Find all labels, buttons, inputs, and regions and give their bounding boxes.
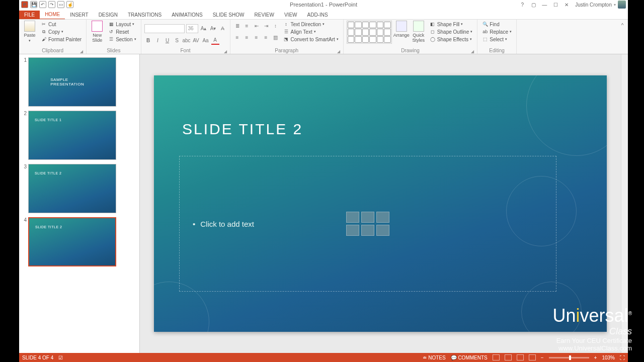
columns-button[interactable]: ▥ bbox=[272, 33, 280, 41]
font-launcher[interactable]: ◢ bbox=[224, 49, 227, 54]
tab-design[interactable]: DESIGN bbox=[94, 11, 123, 19]
content-placeholder[interactable]: Click to add text bbox=[179, 156, 556, 292]
strike-button[interactable]: S bbox=[173, 37, 181, 45]
slide-thumb-1[interactable]: SAMPLE PRESENTATION bbox=[28, 57, 116, 107]
drawing-launcher[interactable]: ◢ bbox=[471, 49, 474, 54]
clipboard-launcher[interactable]: ◢ bbox=[80, 49, 83, 54]
reset-button[interactable]: ↺Reset bbox=[107, 28, 137, 35]
slide-title-placeholder[interactable]: SLIDE TITLE 2 bbox=[182, 121, 303, 138]
insert-chart-icon[interactable] bbox=[361, 212, 374, 223]
zoom-out-icon[interactable]: − bbox=[541, 355, 544, 360]
bold-button[interactable]: B bbox=[144, 37, 152, 45]
shape-effects-button[interactable]: ◯Shape Effects▾ bbox=[428, 36, 474, 43]
start-from-beginning-icon[interactable]: ▭ bbox=[57, 1, 64, 8]
replace-button[interactable]: abReplace▾ bbox=[480, 28, 513, 35]
format-painter-button[interactable]: 🖌Format Painter bbox=[39, 36, 83, 43]
cut-button[interactable]: ✂Cut bbox=[39, 21, 83, 28]
section-button[interactable]: ☰Section▾ bbox=[107, 36, 137, 43]
collapse-ribbon-icon[interactable]: ^ bbox=[618, 21, 626, 29]
font-size-combo[interactable]: 36 bbox=[186, 24, 198, 33]
tab-slideshow[interactable]: SLIDE SHOW bbox=[208, 11, 250, 19]
justify-button[interactable]: ≡ bbox=[262, 33, 270, 41]
decrease-indent-button[interactable]: ⇤ bbox=[253, 22, 261, 30]
paste-button[interactable]: Paste ▾ bbox=[22, 21, 37, 43]
fit-to-window-icon[interactable]: ⛶ bbox=[620, 355, 625, 360]
char-spacing-button[interactable]: AV bbox=[192, 37, 200, 45]
new-slide-button[interactable]: New Slide bbox=[90, 21, 105, 43]
touch-mode-icon[interactable]: ☝ bbox=[66, 1, 73, 8]
placeholder-text[interactable]: Click to add text bbox=[193, 220, 254, 228]
tab-view[interactable]: VIEW bbox=[279, 11, 302, 19]
current-slide[interactable]: SLIDE TITLE 2 Click to add text bbox=[154, 75, 607, 332]
slide-thumb-2[interactable]: SLIDE TITLE 1 bbox=[28, 111, 116, 160]
undo-icon[interactable]: ↶ bbox=[39, 1, 46, 8]
slide-editor[interactable]: SLIDE TITLE 2 Click to add text bbox=[140, 54, 621, 353]
text-direction-button[interactable]: ↕Text Direction▾ bbox=[282, 21, 340, 28]
underline-button[interactable]: U bbox=[164, 37, 172, 45]
reading-view-icon[interactable] bbox=[517, 354, 524, 360]
zoom-in-icon[interactable]: + bbox=[594, 355, 597, 360]
layout-button[interactable]: ▦Layout▾ bbox=[107, 21, 137, 28]
slide-thumb-4[interactable]: SLIDE TITLE 2 bbox=[28, 217, 116, 266]
insert-video-icon[interactable] bbox=[376, 225, 389, 236]
vertical-scrollbar[interactable] bbox=[621, 54, 628, 353]
maximize-icon[interactable]: ☐ bbox=[551, 1, 560, 8]
tab-home[interactable]: HOME bbox=[40, 10, 65, 19]
align-left-button[interactable]: ≡ bbox=[233, 33, 242, 41]
tab-animations[interactable]: ANIMATIONS bbox=[167, 11, 207, 19]
zoom-level[interactable]: 103% bbox=[602, 355, 615, 360]
shape-fill-button[interactable]: ◧Shape Fill▾ bbox=[428, 21, 474, 28]
shadow-button[interactable]: abc bbox=[183, 37, 191, 45]
align-text-button[interactable]: ☰Align Text▾ bbox=[282, 28, 340, 35]
increase-indent-button[interactable]: ⇥ bbox=[262, 22, 270, 30]
grow-font-icon[interactable]: A▴ bbox=[200, 25, 208, 33]
tab-insert[interactable]: INSERT bbox=[65, 11, 94, 19]
numbering-button[interactable]: ≡ bbox=[243, 22, 251, 30]
select-button[interactable]: ⬚Select▾ bbox=[480, 36, 513, 43]
help-icon[interactable]: ? bbox=[518, 1, 527, 8]
bullets-button[interactable]: ≣ bbox=[233, 22, 242, 30]
slide-counter[interactable]: SLIDE 4 OF 4 bbox=[22, 355, 53, 360]
insert-smartart-icon[interactable] bbox=[376, 212, 389, 223]
user-avatar[interactable] bbox=[618, 1, 626, 9]
save-icon[interactable]: 💾 bbox=[30, 1, 37, 8]
clear-format-icon[interactable]: A̶ bbox=[219, 25, 227, 33]
insert-table-icon[interactable] bbox=[346, 212, 359, 223]
spellcheck-icon[interactable]: ☑ bbox=[58, 355, 63, 360]
arrange-button[interactable]: Arrange bbox=[394, 21, 409, 38]
align-right-button[interactable]: ≡ bbox=[253, 33, 261, 41]
font-family-combo[interactable] bbox=[144, 24, 185, 33]
user-name[interactable]: Justin Crompton bbox=[575, 2, 612, 8]
shape-outline-button[interactable]: ◻Shape Outline▾ bbox=[428, 28, 474, 35]
line-spacing-button[interactable]: ↕ bbox=[272, 22, 280, 30]
change-case-button[interactable]: Aa bbox=[202, 37, 210, 45]
copy-button[interactable]: ⧉Copy▾ bbox=[39, 28, 83, 35]
sorter-view-icon[interactable] bbox=[505, 354, 512, 360]
minimize-icon[interactable]: — bbox=[540, 1, 549, 8]
slideshow-view-icon[interactable] bbox=[529, 354, 536, 360]
ribbon-options-icon[interactable]: ▢ bbox=[529, 1, 538, 8]
close-icon[interactable]: ✕ bbox=[562, 1, 571, 8]
align-center-button[interactable]: ≡ bbox=[243, 33, 251, 41]
tab-file[interactable]: FILE bbox=[19, 11, 40, 19]
paragraph-launcher[interactable]: ◢ bbox=[337, 49, 340, 54]
tab-review[interactable]: REVIEW bbox=[249, 11, 279, 19]
insert-picture-icon[interactable] bbox=[346, 225, 359, 236]
convert-smartart-button[interactable]: ⬔Convert to SmartArt▾ bbox=[282, 36, 340, 43]
normal-view-icon[interactable] bbox=[493, 354, 500, 360]
font-color-button[interactable]: A bbox=[211, 37, 219, 45]
slide-thumbnail-panel[interactable]: 1SAMPLE PRESENTATION 2SLIDE TITLE 1 3SLI… bbox=[19, 54, 140, 353]
shapes-gallery[interactable] bbox=[347, 21, 392, 44]
italic-button[interactable]: I bbox=[154, 37, 162, 45]
tab-transitions[interactable]: TRANSITIONS bbox=[123, 11, 167, 19]
redo-icon[interactable]: ↷ bbox=[48, 1, 55, 8]
notes-button[interactable]: ≐ NOTES bbox=[423, 355, 445, 360]
comments-button[interactable]: 💬 COMMENTS bbox=[451, 355, 488, 360]
slide-thumb-3[interactable]: SLIDE TITLE 2 bbox=[28, 164, 116, 213]
quick-styles-button[interactable]: Quick Styles bbox=[411, 21, 426, 43]
insert-online-picture-icon[interactable] bbox=[361, 225, 374, 236]
zoom-slider[interactable] bbox=[549, 357, 589, 358]
find-button[interactable]: 🔍Find bbox=[480, 21, 513, 28]
tab-addins[interactable]: ADD-INS bbox=[302, 11, 333, 19]
shrink-font-icon[interactable]: A▾ bbox=[209, 25, 217, 33]
